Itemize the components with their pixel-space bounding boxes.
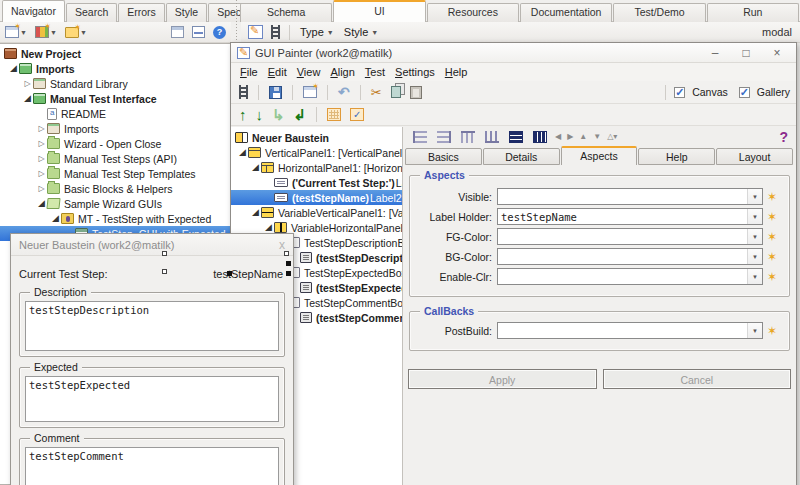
nav-up-button[interactable]: ▲ — [579, 132, 587, 141]
expander-icon[interactable]: ▷ — [36, 181, 47, 196]
split-view-button[interactable] — [190, 25, 207, 39]
type-menu-button[interactable]: Type▼ — [297, 26, 337, 38]
aspect-menu-star-icon[interactable]: ✶ — [763, 210, 781, 224]
expander-icon[interactable]: ◢ — [237, 145, 248, 160]
nav-item-manual-test-step-templates[interactable]: ▷Manual Test Step Templates — [0, 166, 230, 181]
aspect-menu-star-icon[interactable]: ✶ — [763, 190, 781, 204]
tab-layout[interactable]: Layout — [716, 148, 793, 165]
comment-textarea[interactable]: testStepComment — [25, 447, 279, 485]
expander-icon[interactable]: ▷ — [36, 121, 47, 136]
widget-item-horizontalpanel1-horizontalpanel[interactable]: ◢HorizontalPanel1: [HorizontalPanel — [231, 160, 402, 175]
aspect-menu-star-icon[interactable]: ✶ — [763, 270, 781, 284]
menu-file[interactable]: File — [235, 66, 263, 78]
aspect-combo[interactable]: ▼ — [497, 188, 763, 205]
expander-icon[interactable]: ▷ — [22, 76, 33, 91]
aspect-combo[interactable]: ▼ — [497, 228, 763, 245]
align-bottom-button[interactable] — [483, 130, 501, 144]
tab-errors[interactable]: Errors — [118, 3, 165, 22]
cut-button[interactable]: ✂ — [369, 85, 384, 100]
canvas-checkbox[interactable] — [674, 87, 685, 98]
menu-edit[interactable]: Edit — [263, 66, 292, 78]
grid-toggle-button[interactable] — [325, 107, 343, 122]
style-menu-button[interactable]: Style▼ — [341, 26, 381, 38]
combo-value[interactable] — [498, 323, 747, 338]
expected-textarea[interactable]: testStepExpected — [25, 376, 279, 422]
nav-right-button[interactable]: ▶ — [567, 132, 573, 141]
combo-dropdown-button[interactable]: ▼ — [747, 189, 762, 204]
move-into-button[interactable]: ↳ — [270, 106, 287, 123]
panel-help-button[interactable]: ? — [779, 129, 788, 145]
undo-button[interactable]: ↶ — [336, 84, 352, 100]
menu-test[interactable]: Test — [360, 66, 390, 78]
browse-class-button[interactable] — [237, 84, 250, 100]
callback-combo[interactable]: ▼ — [497, 322, 763, 339]
new-spec-button[interactable] — [301, 85, 319, 99]
tab-search[interactable]: Search — [66, 3, 117, 22]
menu-align[interactable]: Align — [325, 66, 359, 78]
combo-value[interactable]: testStepName — [498, 209, 747, 224]
nav-item-imports[interactable]: ◢Imports — [0, 61, 230, 76]
edit-gui-button[interactable] — [246, 24, 265, 40]
combo-dropdown-button[interactable]: ▼ — [747, 209, 762, 224]
move-up-button[interactable]: ↑ — [237, 106, 249, 123]
nav-item-standard-library[interactable]: ▷Standard Library — [0, 76, 230, 91]
close-icon[interactable]: x — [279, 238, 285, 252]
selection-handle[interactable] — [284, 251, 289, 256]
maximize-button[interactable]: □ — [733, 46, 759, 60]
combo-value[interactable] — [498, 269, 747, 284]
combo-value[interactable] — [498, 189, 747, 204]
nav-item-imports[interactable]: ▷Imports — [0, 121, 230, 136]
aspect-menu-star-icon[interactable]: ✶ — [763, 250, 781, 264]
save-button[interactable] — [267, 85, 284, 100]
aspect-menu-star-icon[interactable]: ✶ — [763, 230, 781, 244]
cancel-button[interactable]: Cancel — [603, 369, 792, 389]
widget-item-verticalpanel1-verticalpanelview[interactable]: ◢VerticalPanel1: [VerticalPanelView] — [231, 145, 402, 160]
menu-help[interactable]: Help — [440, 66, 473, 78]
selection-handle[interactable] — [286, 261, 291, 266]
show-window-button[interactable] — [169, 25, 186, 39]
widget-item-neuer-baustein[interactable]: Neuer Baustein — [231, 130, 402, 145]
widget-hierarchy-button[interactable] — [269, 24, 282, 40]
expander-icon[interactable]: ◢ — [50, 211, 61, 226]
tab-resources[interactable]: Resources — [427, 3, 519, 22]
move-out-button[interactable]: ↲ — [292, 106, 309, 123]
tab-help[interactable]: Help — [638, 148, 715, 165]
tab-test-demo[interactable]: Test/Demo — [613, 3, 705, 22]
menu-view[interactable]: View — [292, 66, 326, 78]
selection-handle[interactable] — [162, 251, 167, 256]
aspect-combo[interactable]: ▼ — [497, 248, 763, 265]
expander-icon[interactable]: ◢ — [22, 91, 33, 106]
nav-left-button[interactable]: ◀ — [555, 132, 561, 141]
tab-details[interactable]: Details — [483, 148, 560, 165]
nav-item-manual-test-interface[interactable]: ◢Manual Test Interface — [0, 91, 230, 106]
aspect-menu-star-icon[interactable]: ✶ — [763, 324, 781, 338]
widget-item-teststepname[interactable]: (testStepName) Label2: [Lab — [231, 190, 402, 205]
expander-icon[interactable]: ▷ — [36, 136, 47, 151]
nav-top-menu-button[interactable]: △▾ — [607, 132, 617, 141]
expander-icon[interactable]: ▷ — [36, 166, 47, 181]
tab-schema[interactable]: Schema — [240, 3, 332, 22]
tab-run[interactable]: Run — [707, 3, 799, 22]
widget-item-current-test-step[interactable]: ('Current Test Step:') Label1: [La — [231, 175, 402, 190]
painter-title-bar[interactable]: GUI Painter (work2@matilk) – □ × — [231, 43, 796, 63]
align-left-button[interactable] — [411, 130, 429, 144]
combo-dropdown-button[interactable]: ▼ — [747, 229, 762, 244]
combo-dropdown-button[interactable]: ▼ — [747, 269, 762, 284]
same-height-button[interactable] — [507, 130, 525, 144]
expander-icon[interactable]: ◢ — [250, 160, 261, 175]
nav-item-new-project[interactable]: New Project — [0, 46, 230, 61]
move-down-button[interactable]: ↓ — [254, 106, 266, 123]
minimize-button[interactable]: – — [702, 46, 728, 60]
tab-basics[interactable]: Basics — [405, 148, 482, 165]
tab-style[interactable]: Style — [166, 3, 207, 22]
tab-navigator[interactable]: Navigator — [2, 0, 65, 22]
help-button[interactable]: ? — [211, 25, 228, 40]
close-button[interactable]: × — [764, 46, 790, 60]
nav-item-basic-blocks-helpers[interactable]: ▷Basic Blocks & Helpers — [0, 181, 230, 196]
copy-button[interactable] — [389, 85, 403, 99]
align-right-button[interactable] — [435, 130, 453, 144]
expander-icon[interactable]: ▷ — [36, 151, 47, 166]
nav-item-wizard-open-close[interactable]: ▷Wizard - Open Close — [0, 136, 230, 151]
tab-ui[interactable]: UI — [333, 0, 425, 22]
nav-item-readme[interactable]: README — [0, 106, 230, 121]
